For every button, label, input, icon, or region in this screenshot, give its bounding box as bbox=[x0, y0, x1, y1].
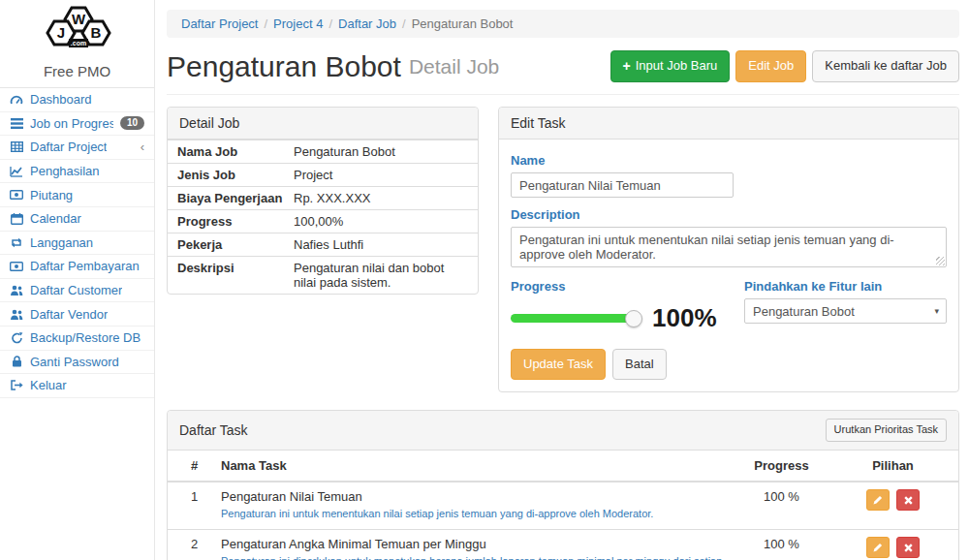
sidebar-item-daftar-customer[interactable]: Daftar Customer bbox=[0, 279, 154, 303]
daftar-task-panel: Daftar Task Urutkan Prioritas Task # Nam… bbox=[167, 410, 959, 560]
progress-slider-handle[interactable] bbox=[625, 310, 642, 327]
detail-job-panel: Detail Job Nama Job Pengaturan Bobot Jen… bbox=[167, 107, 479, 295]
task-name-input[interactable] bbox=[511, 172, 734, 198]
move-feature-select[interactable]: Pengaturan Bobot ▾ bbox=[744, 298, 947, 324]
detail-label: Biaya Pengerjaan bbox=[177, 191, 294, 205]
daftar-task-panel-title: Daftar Task bbox=[179, 422, 248, 438]
sidebar-item-dashboard[interactable]: Dashboard bbox=[0, 88, 154, 112]
sidebar-item-label: Daftar Customer bbox=[30, 283, 122, 297]
sidebar-item-label: Backup/Restore DB bbox=[30, 330, 141, 345]
column-header-nama-task: Nama Task bbox=[221, 458, 735, 473]
sidebar-item-job-on-progress[interactable]: Job on Progress 10 bbox=[0, 112, 154, 137]
sidebar-item-keluar[interactable]: Keluar bbox=[0, 374, 154, 398]
sidebar-item-backup-restore[interactable]: Backup/Restore DB bbox=[0, 327, 154, 351]
pencil-icon bbox=[872, 542, 884, 553]
edit-task-panel: Edit Task Name Description Pengaturan in… bbox=[498, 107, 959, 392]
sidebar-item-label: Daftar Pembayaran bbox=[30, 259, 140, 273]
detail-row-nama-job: Nama Job Pengaturan Bobot bbox=[168, 140, 478, 163]
detail-value: Pengaturan nilai dan bobot nilai pada si… bbox=[294, 261, 468, 290]
detail-value: Pengaturan Bobot bbox=[294, 144, 468, 159]
plus-icon: + bbox=[623, 59, 631, 73]
edit-task-button[interactable] bbox=[866, 489, 890, 511]
sidebar-item-piutang[interactable]: Piutang bbox=[0, 183, 154, 207]
detail-row-deskripsi: Deskripsi Pengaturan nilai dan bobot nil… bbox=[168, 256, 478, 294]
detail-value: Rp. XXX.XXX bbox=[294, 191, 468, 205]
detail-value: Project bbox=[294, 168, 468, 182]
job-count-badge: 10 bbox=[120, 116, 144, 130]
detail-job-panel-title: Detail Job bbox=[168, 108, 478, 140]
table-row: 1 Pengaturan Nilai Temuan Pengaturan ini… bbox=[168, 482, 958, 529]
detail-label: Nama Job bbox=[177, 144, 294, 159]
detail-value: 100,00% bbox=[294, 214, 468, 229]
sidebar-item-daftar-pembayaran[interactable]: Daftar Pembayaran bbox=[0, 255, 154, 279]
task-description: Pengaturan ini untuk menentukan nilai se… bbox=[221, 507, 726, 522]
breadcrumb-separator: / bbox=[328, 16, 332, 31]
sidebar-item-label: Job on Progress bbox=[30, 116, 113, 131]
sign-out-icon bbox=[10, 379, 23, 391]
detail-row-progress: Progress 100,00% bbox=[168, 209, 478, 233]
svg-text:J: J bbox=[56, 24, 64, 41]
name-label: Name bbox=[511, 153, 947, 168]
progress-label: Progress bbox=[511, 279, 738, 294]
page-title: Pengaturan Bobot bbox=[167, 50, 401, 82]
main-content: Daftar Project/Project 4/Daftar Job/Peng… bbox=[155, 0, 969, 560]
input-job-baru-button[interactable]: + Input Job Baru bbox=[610, 50, 731, 81]
column-header-no: # bbox=[168, 458, 221, 473]
progress-slider[interactable] bbox=[511, 314, 639, 323]
column-header-pilihan: Pilihan bbox=[828, 458, 958, 473]
sidebar-item-calendar[interactable]: Calendar bbox=[0, 207, 154, 232]
task-progress: 100 % bbox=[735, 489, 828, 504]
chevron-left-icon: ‹ bbox=[141, 140, 144, 153]
task-description-textarea[interactable]: Pengaturan ini untuk menentukan nilai se… bbox=[511, 227, 947, 267]
input-job-baru-label: Input Job Baru bbox=[636, 57, 718, 75]
update-task-button[interactable]: Update Task bbox=[511, 349, 606, 380]
sidebar-item-penghasilan[interactable]: Penghasilan bbox=[0, 160, 154, 184]
app-window: W J B .com Free PMO Dashboard Job on Pro… bbox=[0, 0, 969, 560]
bars-icon bbox=[10, 117, 23, 130]
page-header: Pengaturan Bobot Detail Job + Input Job … bbox=[167, 50, 959, 95]
sidebar-item-daftar-vendor[interactable]: Daftar Vendor bbox=[0, 302, 154, 327]
breadcrumb-link-daftar-job[interactable]: Daftar Job bbox=[338, 16, 396, 31]
sidebar: W J B .com Free PMO Dashboard Job on Pro… bbox=[0, 0, 155, 560]
detail-value: Nafies Luthfi bbox=[294, 237, 468, 252]
delete-task-button[interactable] bbox=[896, 489, 920, 511]
svg-text:B: B bbox=[90, 24, 101, 41]
sidebar-item-label: Dashboard bbox=[30, 92, 92, 107]
column-header-progress: Progress bbox=[735, 458, 828, 473]
textarea-resize-handle[interactable] bbox=[936, 257, 945, 265]
task-table-header: # Nama Task Progress Pilihan bbox=[168, 451, 958, 482]
users-icon bbox=[10, 284, 23, 296]
logo: W J B .com Free PMO bbox=[0, 0, 154, 88]
breadcrumb-link-daftar-project[interactable]: Daftar Project bbox=[181, 16, 258, 31]
batal-button[interactable]: Batal bbox=[612, 349, 667, 380]
urutkan-prioritas-task-button-top[interactable]: Urutkan Prioritas Task bbox=[826, 419, 947, 442]
svg-text:W: W bbox=[71, 11, 85, 27]
breadcrumb-separator: / bbox=[402, 16, 406, 31]
breadcrumb-link-project-4[interactable]: Project 4 bbox=[273, 16, 323, 31]
sidebar-item-label: Calendar bbox=[30, 211, 81, 226]
jwb-logo-icon: W J B .com bbox=[23, 6, 132, 56]
x-icon bbox=[904, 544, 913, 552]
sidebar-item-ganti-password[interactable]: Ganti Password bbox=[0, 351, 154, 375]
sidebar-item-langganan[interactable]: Langganan bbox=[0, 232, 154, 256]
chevron-down-icon: ▾ bbox=[934, 306, 939, 316]
calendar-icon bbox=[10, 212, 23, 225]
task-table: # Nama Task Progress Pilihan 1 Pengatura… bbox=[168, 451, 958, 560]
task-number: 2 bbox=[168, 537, 221, 551]
pencil-icon bbox=[872, 494, 884, 506]
edit-task-button[interactable] bbox=[866, 537, 890, 558]
task-description: Pengaturan ini diperlukan untuk menetuka… bbox=[221, 554, 726, 560]
detail-label: Deskripsi bbox=[177, 261, 294, 290]
task-number: 1 bbox=[168, 489, 221, 504]
detail-row-jenis-job: Jenis Job Project bbox=[168, 163, 478, 186]
detail-label: Progress bbox=[177, 214, 294, 229]
delete-task-button[interactable] bbox=[896, 537, 920, 558]
sidebar-item-daftar-project[interactable]: Daftar Project ‹ bbox=[0, 136, 154, 160]
page-subtitle: Detail Job bbox=[409, 55, 499, 78]
edit-job-button[interactable]: Edit Job bbox=[735, 50, 806, 81]
task-name: Pengaturan Angka Minimal Temuan per Ming… bbox=[221, 537, 726, 551]
kembali-ke-daftar-job-button[interactable]: Kembali ke daftar Job bbox=[812, 50, 959, 81]
detail-label: Jenis Job bbox=[177, 168, 294, 182]
money-icon bbox=[10, 260, 23, 272]
description-label: Description bbox=[511, 207, 947, 222]
